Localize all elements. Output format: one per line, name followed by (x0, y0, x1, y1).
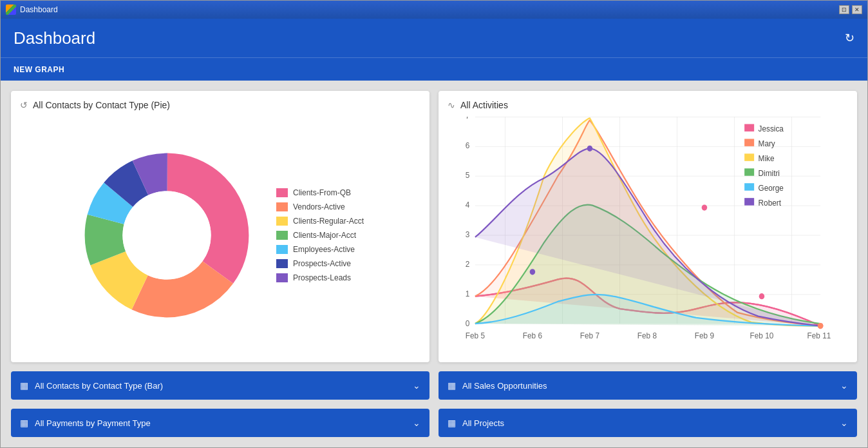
projects-panel[interactable]: ▦ All Projects ⌄ (439, 409, 857, 437)
title-bar: Dashboard ⊡ ✕ (1, 1, 867, 19)
legend-label: Prospects-Active (293, 259, 351, 268)
line-chart-icon: ∿ (448, 100, 455, 110)
svg-point-24 (530, 269, 536, 275)
svg-rect-34 (744, 153, 754, 161)
sales-opportunities-panel[interactable]: ▦ All Sales Opportunities ⌄ (439, 371, 857, 400)
legend-label: Employees-Active (293, 245, 355, 254)
legend-item: Prospects-Leads (276, 273, 364, 282)
panel-row-2: ▦ All Payments by Payment Type ⌄ ▦ All P… (11, 409, 857, 437)
pie-chart-header: ↺ All Contacts by Contact Type (Pie) (20, 100, 420, 110)
legend-item: Prospects-Active (276, 259, 364, 268)
svg-text:6: 6 (466, 141, 470, 150)
legend-color-prospects-active (276, 259, 288, 268)
line-chart-title: All Activities (460, 100, 508, 110)
svg-text:1: 1 (466, 289, 470, 298)
refresh-icon[interactable]: ↻ (845, 31, 854, 45)
chevron-down-icon: ⌄ (840, 380, 848, 391)
pie-chart-icon: ↺ (20, 100, 28, 110)
svg-text:3: 3 (466, 230, 470, 239)
svg-rect-36 (744, 168, 754, 175)
svg-point-26 (702, 204, 708, 210)
legend-label: Clients-Major-Acct (293, 231, 356, 240)
legend-color-employees (276, 245, 288, 254)
window-title: Dashboard (20, 5, 835, 14)
panel-row-1: ▦ All Contacts by Contact Type (Bar) ⌄ ▦… (11, 371, 857, 400)
svg-text:4: 4 (466, 200, 470, 209)
legend-item: Clients-From-QB (276, 188, 364, 197)
legend-color-clients-regular (276, 217, 288, 226)
donut-chart (77, 145, 257, 326)
app-icon (6, 5, 16, 15)
svg-text:Jessica: Jessica (759, 124, 784, 133)
bar-chart-icon: ▦ (20, 418, 28, 428)
app-header: Dashboard ↻ (1, 19, 867, 57)
new-graph-button[interactable]: NEW GRAPH (14, 65, 64, 74)
svg-text:0: 0 (466, 318, 470, 327)
svg-text:Feb 5: Feb 5 (466, 331, 485, 340)
svg-rect-40 (744, 198, 754, 205)
line-chart-svg: 0 1 2 3 4 5 6 7 Feb 5 Feb 6 Feb 7 Feb 8 … (448, 117, 848, 353)
pie-chart-card: ↺ All Contacts by Contact Type (Pie) (11, 91, 429, 362)
bar-chart-icon: ▦ (448, 380, 456, 391)
chevron-down-icon: ⌄ (413, 380, 420, 391)
svg-point-29 (818, 323, 824, 329)
svg-rect-32 (744, 139, 754, 146)
legend-color-clients-major (276, 231, 288, 240)
window: Dashboard ⊡ ✕ Dashboard ↻ NEW GRAPH ↺ Al… (0, 0, 868, 448)
svg-text:Feb 7: Feb 7 (580, 331, 599, 340)
legend-label: Clients-Regular-Acct (293, 217, 364, 226)
svg-text:Feb 10: Feb 10 (750, 331, 774, 340)
svg-text:5: 5 (466, 171, 470, 180)
pie-legend: Clients-From-QB Vendors-Active Clients-R… (276, 188, 364, 282)
svg-point-7 (122, 191, 211, 279)
svg-rect-30 (744, 124, 754, 131)
line-chart-area: 0 1 2 3 4 5 6 7 Feb 5 Feb 6 Feb 7 Feb 8 … (448, 117, 848, 353)
svg-text:Feb 11: Feb 11 (807, 331, 831, 340)
legend-label: Clients-From-QB (293, 188, 351, 197)
restore-button[interactable]: ⊡ (839, 5, 849, 14)
svg-text:Feb 8: Feb 8 (637, 331, 657, 340)
sub-header: NEW GRAPH (1, 57, 867, 81)
chevron-down-icon: ⌄ (840, 418, 848, 428)
pie-chart-title: All Contacts by Contact Type (Pie) (33, 100, 170, 110)
legend-label: Vendors-Active (293, 202, 345, 211)
line-chart-card: ∿ All Activities 0 1 2 3 (439, 91, 857, 362)
legend-color-prospects-leads (276, 273, 288, 282)
svg-text:Feb 6: Feb 6 (523, 331, 542, 340)
bar-chart-icon: ▦ (448, 418, 456, 428)
svg-point-27 (759, 293, 765, 299)
svg-text:Mike: Mike (759, 153, 775, 162)
close-button[interactable]: ✕ (852, 5, 862, 14)
legend-item: Employees-Active (276, 245, 364, 254)
payments-panel[interactable]: ▦ All Payments by Payment Type ⌄ (11, 409, 429, 437)
legend-item: Vendors-Active (276, 202, 364, 211)
legend-item: Clients-Major-Acct (276, 231, 364, 240)
contacts-bar-panel[interactable]: ▦ All Contacts by Contact Type (Bar) ⌄ (11, 371, 429, 400)
panel-label: All Payments by Payment Type (35, 418, 151, 428)
svg-text:Mary: Mary (759, 139, 776, 148)
svg-text:Robert: Robert (759, 198, 782, 207)
legend-label: Prospects-Leads (293, 273, 351, 282)
main-content: ↺ All Contacts by Contact Type (Pie) (1, 81, 867, 447)
app-title: Dashboard (14, 28, 95, 48)
legend-color-vendors-active (276, 202, 288, 211)
pie-chart-area: Clients-From-QB Vendors-Active Clients-R… (20, 117, 420, 353)
svg-text:Dimitri: Dimitri (759, 168, 780, 177)
panel-label: All Sales Opportunities (462, 381, 547, 391)
bar-chart-icon: ▦ (20, 380, 28, 391)
svg-point-25 (587, 146, 593, 151)
line-chart-header: ∿ All Activities (448, 100, 848, 110)
svg-rect-38 (744, 183, 754, 190)
panel-left: ▦ All Payments by Payment Type (20, 418, 151, 428)
svg-text:Feb 9: Feb 9 (695, 331, 714, 340)
svg-text:7: 7 (466, 117, 470, 121)
panel-left: ▦ All Contacts by Contact Type (Bar) (20, 380, 163, 391)
panel-left: ▦ All Sales Opportunities (448, 380, 547, 391)
svg-text:2: 2 (466, 259, 470, 268)
legend-color-clients-from-qb (276, 188, 288, 197)
panel-label: All Projects (462, 418, 504, 428)
window-controls: ⊡ ✕ (839, 5, 862, 14)
chevron-down-icon: ⌄ (413, 418, 420, 428)
legend-item: Clients-Regular-Acct (276, 217, 364, 226)
panel-left: ▦ All Projects (448, 418, 504, 428)
